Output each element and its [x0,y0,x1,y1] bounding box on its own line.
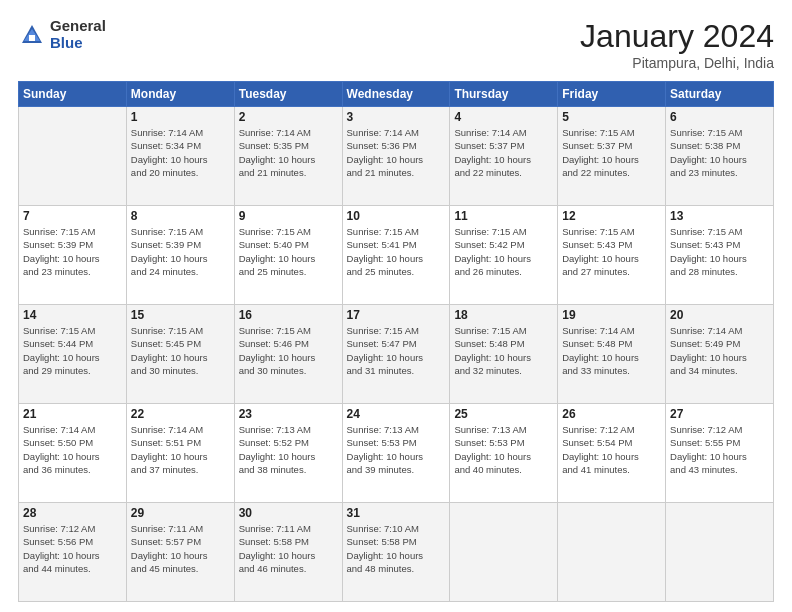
month-title: January 2024 [580,18,774,55]
day-info: Sunrise: 7:15 AM Sunset: 5:44 PM Dayligh… [23,324,122,377]
day-info: Sunrise: 7:10 AM Sunset: 5:58 PM Dayligh… [347,522,446,575]
table-row: 31Sunrise: 7:10 AM Sunset: 5:58 PM Dayli… [342,503,450,602]
col-saturday: Saturday [666,82,774,107]
table-row [558,503,666,602]
day-number: 28 [23,506,122,520]
calendar-week-5: 28Sunrise: 7:12 AM Sunset: 5:56 PM Dayli… [19,503,774,602]
day-number: 10 [347,209,446,223]
table-row: 9Sunrise: 7:15 AM Sunset: 5:40 PM Daylig… [234,206,342,305]
day-info: Sunrise: 7:11 AM Sunset: 5:57 PM Dayligh… [131,522,230,575]
table-row: 28Sunrise: 7:12 AM Sunset: 5:56 PM Dayli… [19,503,127,602]
table-row [19,107,127,206]
table-row: 24Sunrise: 7:13 AM Sunset: 5:53 PM Dayli… [342,404,450,503]
col-sunday: Sunday [19,82,127,107]
logo: General Blue [18,18,106,51]
day-number: 3 [347,110,446,124]
table-row: 2Sunrise: 7:14 AM Sunset: 5:35 PM Daylig… [234,107,342,206]
day-number: 13 [670,209,769,223]
day-number: 14 [23,308,122,322]
day-info: Sunrise: 7:14 AM Sunset: 5:34 PM Dayligh… [131,126,230,179]
day-number: 19 [562,308,661,322]
table-row: 21Sunrise: 7:14 AM Sunset: 5:50 PM Dayli… [19,404,127,503]
col-thursday: Thursday [450,82,558,107]
table-row: 14Sunrise: 7:15 AM Sunset: 5:44 PM Dayli… [19,305,127,404]
day-number: 21 [23,407,122,421]
day-number: 8 [131,209,230,223]
day-number: 7 [23,209,122,223]
day-number: 11 [454,209,553,223]
day-number: 31 [347,506,446,520]
svg-rect-2 [29,35,35,41]
day-info: Sunrise: 7:15 AM Sunset: 5:46 PM Dayligh… [239,324,338,377]
table-row: 7Sunrise: 7:15 AM Sunset: 5:39 PM Daylig… [19,206,127,305]
day-info: Sunrise: 7:13 AM Sunset: 5:52 PM Dayligh… [239,423,338,476]
day-info: Sunrise: 7:15 AM Sunset: 5:47 PM Dayligh… [347,324,446,377]
calendar-page: General Blue January 2024 Pitampura, Del… [0,0,792,612]
day-info: Sunrise: 7:15 AM Sunset: 5:40 PM Dayligh… [239,225,338,278]
calendar-week-2: 7Sunrise: 7:15 AM Sunset: 5:39 PM Daylig… [19,206,774,305]
table-row: 27Sunrise: 7:12 AM Sunset: 5:55 PM Dayli… [666,404,774,503]
day-number: 22 [131,407,230,421]
day-info: Sunrise: 7:15 AM Sunset: 5:45 PM Dayligh… [131,324,230,377]
table-row: 15Sunrise: 7:15 AM Sunset: 5:45 PM Dayli… [126,305,234,404]
table-row: 30Sunrise: 7:11 AM Sunset: 5:58 PM Dayli… [234,503,342,602]
day-info: Sunrise: 7:14 AM Sunset: 5:49 PM Dayligh… [670,324,769,377]
table-row [666,503,774,602]
table-row: 1Sunrise: 7:14 AM Sunset: 5:34 PM Daylig… [126,107,234,206]
title-section: January 2024 Pitampura, Delhi, India [580,18,774,71]
day-info: Sunrise: 7:14 AM Sunset: 5:51 PM Dayligh… [131,423,230,476]
day-number: 26 [562,407,661,421]
day-info: Sunrise: 7:15 AM Sunset: 5:43 PM Dayligh… [670,225,769,278]
day-info: Sunrise: 7:13 AM Sunset: 5:53 PM Dayligh… [347,423,446,476]
day-number: 6 [670,110,769,124]
day-number: 25 [454,407,553,421]
day-info: Sunrise: 7:13 AM Sunset: 5:53 PM Dayligh… [454,423,553,476]
day-number: 12 [562,209,661,223]
logo-icon [18,21,46,49]
col-monday: Monday [126,82,234,107]
table-row: 4Sunrise: 7:14 AM Sunset: 5:37 PM Daylig… [450,107,558,206]
table-row: 26Sunrise: 7:12 AM Sunset: 5:54 PM Dayli… [558,404,666,503]
day-info: Sunrise: 7:12 AM Sunset: 5:55 PM Dayligh… [670,423,769,476]
day-info: Sunrise: 7:14 AM Sunset: 5:37 PM Dayligh… [454,126,553,179]
day-info: Sunrise: 7:15 AM Sunset: 5:41 PM Dayligh… [347,225,446,278]
day-info: Sunrise: 7:14 AM Sunset: 5:50 PM Dayligh… [23,423,122,476]
table-row: 11Sunrise: 7:15 AM Sunset: 5:42 PM Dayli… [450,206,558,305]
calendar-table: Sunday Monday Tuesday Wednesday Thursday… [18,81,774,602]
table-row: 25Sunrise: 7:13 AM Sunset: 5:53 PM Dayli… [450,404,558,503]
day-number: 23 [239,407,338,421]
table-row: 5Sunrise: 7:15 AM Sunset: 5:37 PM Daylig… [558,107,666,206]
day-info: Sunrise: 7:15 AM Sunset: 5:38 PM Dayligh… [670,126,769,179]
table-row: 22Sunrise: 7:14 AM Sunset: 5:51 PM Dayli… [126,404,234,503]
header-row: Sunday Monday Tuesday Wednesday Thursday… [19,82,774,107]
header: General Blue January 2024 Pitampura, Del… [18,18,774,71]
day-info: Sunrise: 7:12 AM Sunset: 5:54 PM Dayligh… [562,423,661,476]
table-row: 6Sunrise: 7:15 AM Sunset: 5:38 PM Daylig… [666,107,774,206]
day-number: 20 [670,308,769,322]
day-info: Sunrise: 7:11 AM Sunset: 5:58 PM Dayligh… [239,522,338,575]
table-row: 18Sunrise: 7:15 AM Sunset: 5:48 PM Dayli… [450,305,558,404]
table-row: 13Sunrise: 7:15 AM Sunset: 5:43 PM Dayli… [666,206,774,305]
table-row: 29Sunrise: 7:11 AM Sunset: 5:57 PM Dayli… [126,503,234,602]
calendar-week-3: 14Sunrise: 7:15 AM Sunset: 5:44 PM Dayli… [19,305,774,404]
day-info: Sunrise: 7:14 AM Sunset: 5:36 PM Dayligh… [347,126,446,179]
table-row: 17Sunrise: 7:15 AM Sunset: 5:47 PM Dayli… [342,305,450,404]
day-number: 15 [131,308,230,322]
table-row: 10Sunrise: 7:15 AM Sunset: 5:41 PM Dayli… [342,206,450,305]
day-info: Sunrise: 7:15 AM Sunset: 5:37 PM Dayligh… [562,126,661,179]
day-number: 27 [670,407,769,421]
day-info: Sunrise: 7:15 AM Sunset: 5:48 PM Dayligh… [454,324,553,377]
day-number: 16 [239,308,338,322]
day-info: Sunrise: 7:15 AM Sunset: 5:42 PM Dayligh… [454,225,553,278]
location: Pitampura, Delhi, India [580,55,774,71]
logo-general: General [50,18,106,35]
calendar-week-1: 1Sunrise: 7:14 AM Sunset: 5:34 PM Daylig… [19,107,774,206]
table-row: 16Sunrise: 7:15 AM Sunset: 5:46 PM Dayli… [234,305,342,404]
table-row: 20Sunrise: 7:14 AM Sunset: 5:49 PM Dayli… [666,305,774,404]
day-info: Sunrise: 7:12 AM Sunset: 5:56 PM Dayligh… [23,522,122,575]
day-number: 9 [239,209,338,223]
day-info: Sunrise: 7:15 AM Sunset: 5:39 PM Dayligh… [131,225,230,278]
day-number: 29 [131,506,230,520]
table-row: 3Sunrise: 7:14 AM Sunset: 5:36 PM Daylig… [342,107,450,206]
col-friday: Friday [558,82,666,107]
